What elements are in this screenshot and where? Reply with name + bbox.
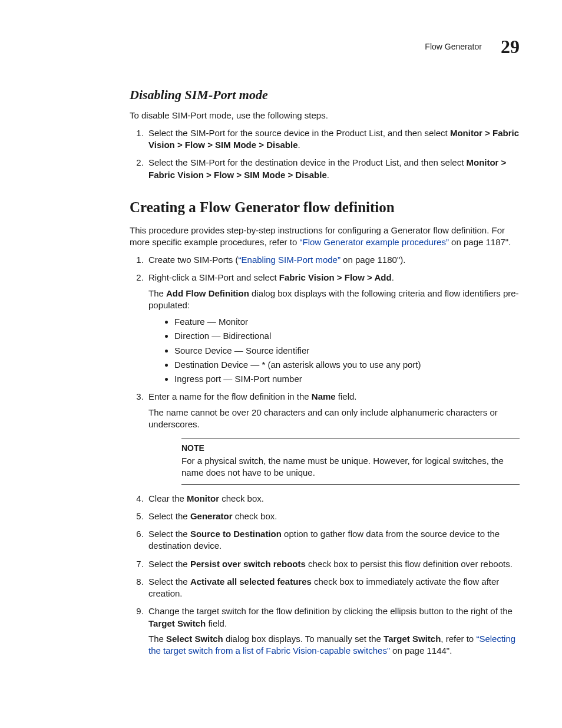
- text: The: [148, 288, 166, 298]
- step2-bullets: Feature — Monitor Direction — Bidirectio…: [148, 316, 520, 385]
- running-header: Flow Generator 29: [425, 34, 520, 60]
- sec2-step-6: Select the Source to Destination option …: [146, 528, 520, 552]
- step2-body: The Add Flow Definition dialog box displ…: [148, 288, 520, 312]
- text: dialog box displays. To manually set the: [223, 634, 384, 644]
- sec2-step-2: Right-click a SIM-Port and select Fabric…: [146, 272, 520, 385]
- text: , refer to: [441, 634, 476, 644]
- text: Enter a name for the flow definition in …: [148, 391, 312, 401]
- sec1-steps: Select the SIM-Port for the source devic…: [130, 127, 520, 181]
- text: Select the SIM-Port for the source devic…: [148, 128, 450, 138]
- cross-reference-link[interactable]: “Flow Generator example procedures”: [299, 237, 448, 247]
- sec2-step-3: Enter a name for the flow definition in …: [146, 391, 520, 484]
- bullet-item: Ingress port — SIM-Port number: [174, 373, 520, 385]
- text: field.: [336, 391, 357, 401]
- text: Select the: [148, 511, 190, 521]
- field-name: Name: [312, 391, 336, 401]
- text: Create two SIM-Ports (: [148, 255, 239, 265]
- text: Select the: [148, 577, 190, 587]
- bullet-item: Destination Device — * (an asterisk allo…: [174, 359, 520, 371]
- text: .: [392, 272, 394, 282]
- sec2-step-4: Clear the Monitor check box.: [146, 493, 520, 505]
- sec2-steps: Create two SIM-Ports (“Enabling SIM-Port…: [130, 254, 520, 657]
- bullet-item: Source Device — Source identifier: [174, 345, 520, 357]
- sec2-step-7: Select the Persist over switch reboots c…: [146, 558, 520, 570]
- text: check box.: [233, 511, 277, 521]
- text: Select the: [148, 559, 190, 569]
- page: Flow Generator 29 Disabling SIM-Port mod…: [0, 0, 562, 728]
- note-label: NOTE: [181, 443, 520, 454]
- step9-body: The Select Switch dialog box displays. T…: [148, 633, 520, 657]
- text: Select the: [148, 529, 190, 539]
- text: .: [298, 140, 300, 150]
- step3-body: The name cannot be over 20 characters an…: [148, 407, 520, 431]
- field-name: Target Switch: [148, 618, 206, 628]
- bullet-item: Feature — Monitor: [174, 316, 520, 328]
- sec1-intro: To disable SIM-Port mode, use the follow…: [130, 110, 520, 121]
- note-box: NOTE For a physical switch, the name mus…: [181, 439, 520, 484]
- field-name: Monitor: [187, 493, 219, 503]
- sec1-step-1: Select the SIM-Port for the source devic…: [146, 127, 520, 151]
- field-name: Generator: [190, 511, 233, 521]
- text: Select the SIM-Port for the destination …: [148, 157, 466, 167]
- text: field.: [206, 618, 227, 628]
- field-name: Target Switch: [384, 634, 441, 644]
- menu-path: Fabric Vision > Flow > Add: [279, 272, 392, 282]
- dialog-name: Add Flow Definition: [166, 288, 249, 298]
- sec2-intro: This procedure provides step-by-step ins…: [130, 225, 520, 249]
- cross-reference-link[interactable]: “Enabling SIM-Port mode”: [239, 255, 340, 265]
- chapter-number: 29: [501, 34, 520, 60]
- field-name: Persist over switch reboots: [190, 559, 306, 569]
- text: on page 1180").: [340, 255, 405, 265]
- text: on page 1187".: [449, 237, 511, 247]
- text: The: [148, 634, 166, 644]
- section-heading-creating: Creating a Flow Generator flow definitio…: [130, 197, 520, 218]
- text: check box to persist this flow definitio…: [306, 559, 513, 569]
- text: check box.: [219, 493, 264, 503]
- text: Change the target switch for the flow de…: [148, 606, 513, 616]
- bullet-item: Direction — Bidirectional: [174, 330, 520, 342]
- section-heading-disabling: Disabling SIM-Port mode: [130, 86, 520, 104]
- text: Clear the: [148, 493, 187, 503]
- sec2-step-8: Select the Activate all selected feature…: [146, 576, 520, 600]
- sec2-step-5: Select the Generator check box.: [146, 510, 520, 522]
- text: on page 1144".: [390, 645, 452, 655]
- sec1-step-2: Select the SIM-Port for the destination …: [146, 157, 520, 181]
- runhead-title: Flow Generator: [425, 41, 481, 52]
- text: Right-click a SIM-Port and select: [148, 272, 279, 282]
- field-name: Source to Destination: [190, 529, 282, 539]
- sec2-step-1: Create two SIM-Ports (“Enabling SIM-Port…: [146, 254, 520, 266]
- text: .: [327, 170, 329, 180]
- note-body: For a physical switch, the name must be …: [181, 455, 520, 479]
- field-name: Activate all selected features: [190, 577, 312, 587]
- dialog-name: Select Switch: [166, 634, 223, 644]
- sec2-step-9: Change the target switch for the flow de…: [146, 605, 520, 657]
